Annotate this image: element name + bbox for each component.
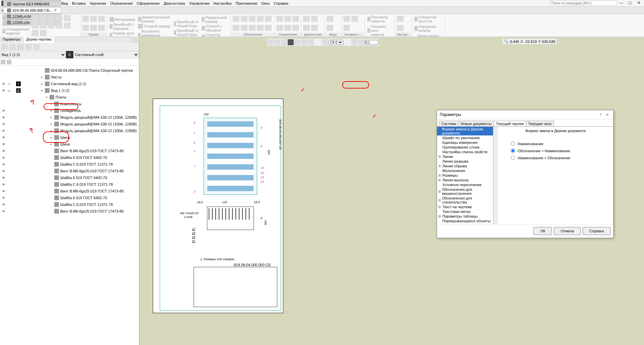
help-button[interactable]: Справка bbox=[583, 227, 611, 235]
filter-icon[interactable] bbox=[1, 60, 5, 64]
expand-icon[interactable]: ⊞ bbox=[438, 198, 441, 202]
radio-input[interactable] bbox=[511, 141, 515, 146]
dialog-tree-item[interactable]: ⊞Параметры документа bbox=[437, 223, 493, 224]
thread-outer[interactable]: Наружная резьба bbox=[413, 24, 444, 33]
visibility-icon[interactable]: 👁 bbox=[1, 142, 6, 147]
tree-row[interactable]: 👁Шайба 6 019 ГОСТ 6402-70 bbox=[0, 154, 139, 161]
search-icon[interactable] bbox=[7, 60, 11, 64]
view-tool-icon[interactable] bbox=[327, 25, 333, 31]
expand-icon[interactable]: ▾ bbox=[45, 96, 48, 99]
step-icon[interactable] bbox=[358, 39, 364, 45]
tree-row[interactable]: 👁▸Охладитель bbox=[0, 107, 139, 114]
geom-tool-icon[interactable] bbox=[32, 30, 39, 36]
constraint-tool-icon[interactable] bbox=[292, 16, 299, 22]
tree-row[interactable]: 👁Винт B.M6-6gx25.019 ГОСТ 17473-80 bbox=[0, 148, 139, 154]
dialog-tree-item[interactable]: Условное пересечение bbox=[437, 182, 493, 187]
expand-icon[interactable]: ▾ bbox=[40, 89, 44, 92]
canvas-area[interactable]: СК 0 🔍 0.445 X -22.619 Y 530.548 824.08.… bbox=[139, 37, 644, 345]
expand-icon[interactable]: ⊞ bbox=[438, 174, 441, 177]
dialog-tree-item[interactable]: ⊞Линия-выноска bbox=[437, 178, 493, 182]
dialog-tree-item[interactable]: ⊞Линии обрыва bbox=[437, 164, 493, 168]
edit-tool-icon[interactable] bbox=[82, 25, 89, 31]
menu-manage[interactable]: Управление bbox=[187, 1, 211, 6]
diag-tool-icon[interactable] bbox=[303, 25, 310, 31]
expand-icon[interactable]: ▸ bbox=[50, 142, 53, 146]
diag-tool-icon[interactable] bbox=[303, 16, 310, 22]
annot-tool-icon[interactable] bbox=[233, 25, 239, 31]
annot-tool-icon[interactable] bbox=[233, 16, 239, 22]
dialog-tree-item[interactable]: ⊞Параметры таблицы bbox=[437, 214, 493, 219]
visibility-icon[interactable]: 👁 bbox=[1, 175, 6, 180]
radio-option[interactable]: Наименование + Обозначение bbox=[501, 154, 611, 161]
minimize-button[interactable]: — bbox=[617, 1, 625, 6]
visibility-icon[interactable]: 👁 bbox=[1, 162, 6, 167]
visibility-icon[interactable]: 👁 bbox=[1, 155, 6, 160]
tree-row[interactable]: 👁Винт B.M6-6gx25.019 ГОСТ 17473-80 bbox=[0, 168, 139, 174]
geom-tool-icon[interactable] bbox=[40, 15, 47, 21]
close-icon[interactable]: ✕ bbox=[54, 8, 57, 12]
layer-dropdown[interactable]: Системный слой bbox=[73, 51, 139, 58]
edit-tool-icon[interactable] bbox=[90, 16, 97, 22]
maximize-button[interactable]: ▢ bbox=[626, 1, 634, 6]
menu-settings[interactable]: Настройка bbox=[212, 1, 234, 6]
annot-tool-icon[interactable] bbox=[265, 25, 272, 31]
menu-help[interactable]: Справка bbox=[272, 1, 290, 6]
tree-row[interactable]: 👁▸Шина bbox=[0, 134, 139, 141]
edit-tool-icon[interactable] bbox=[98, 16, 105, 22]
cs-icon[interactable] bbox=[322, 39, 328, 45]
scrollbar[interactable] bbox=[493, 127, 498, 224]
annot-tool-icon[interactable] bbox=[241, 16, 247, 22]
dialog-tree-item[interactable]: Группирование слоев bbox=[437, 145, 493, 150]
menu-apps[interactable]: Приложения bbox=[234, 1, 259, 6]
tree-row[interactable]: 👁Шайба C.6.019 ГОСТ 11371-78 bbox=[0, 161, 139, 168]
expand-icon[interactable]: ⊞ bbox=[438, 164, 441, 168]
tree-tool-icon[interactable] bbox=[17, 44, 24, 50]
step-input[interactable] bbox=[365, 40, 378, 45]
tree-row[interactable]: 👁▸Модуль диодный@/M4-100-12 (100A, 1200B… bbox=[0, 127, 139, 134]
dim-linear-break[interactable]: Линейный с обрывом bbox=[109, 22, 136, 31]
dim-auto[interactable]: Авторазмер bbox=[109, 17, 136, 22]
document-tab[interactable]: Чертеж БЕЗ ИМЕНИ1 bbox=[3, 1, 61, 7]
view-dropdown[interactable]: Вид 1 (1:2) bbox=[0, 51, 66, 58]
view-tool-icon[interactable] bbox=[327, 16, 333, 22]
dialog-tab[interactable]: Текущее окно bbox=[526, 121, 554, 126]
geom-tool-icon[interactable] bbox=[32, 15, 39, 21]
zoom-icon[interactable]: 🔍 bbox=[504, 39, 509, 44]
radio-input[interactable] bbox=[511, 156, 515, 160]
tree-row[interactable]: 👁▭0▸Системный вид (1:1) bbox=[0, 80, 139, 87]
constraint-tool-icon[interactable] bbox=[284, 25, 291, 31]
edit-tool-icon[interactable] bbox=[90, 25, 97, 31]
tree-row[interactable]: 👁▸Шина bbox=[0, 141, 139, 148]
dialog-tree-item[interactable]: Мультилиния bbox=[437, 168, 493, 173]
dim-angle[interactable]: Угловой размер bbox=[137, 23, 172, 29]
insert-tool-icon[interactable] bbox=[351, 16, 358, 22]
left-tab-params[interactable]: Параметры bbox=[0, 37, 23, 43]
visibility-icon[interactable]: 👁 bbox=[1, 115, 6, 120]
dialog-tab[interactable]: Новые документы bbox=[458, 121, 494, 126]
annot-tool-icon[interactable] bbox=[249, 16, 256, 22]
tool-icon[interactable] bbox=[397, 25, 404, 31]
dialog-tree-item[interactable]: ⊞Размеры bbox=[437, 173, 493, 178]
menu-window[interactable]: Окно bbox=[259, 1, 272, 6]
annot-tool-icon[interactable] bbox=[265, 16, 272, 22]
canvas-tool-icon[interactable] bbox=[308, 39, 314, 45]
dim-base1[interactable]: Линейный от общей базы bbox=[173, 19, 200, 28]
insert-tool-icon[interactable] bbox=[343, 25, 350, 31]
visibility-icon[interactable]: 👁 bbox=[1, 81, 6, 86]
constraint-tool-icon[interactable] bbox=[292, 25, 299, 31]
visibility-icon[interactable]: 👁 bbox=[1, 149, 6, 153]
visibility-icon[interactable]: 👁 bbox=[1, 182, 6, 187]
diag-tool-icon[interactable] bbox=[311, 25, 318, 31]
expand-icon[interactable]: ▸ bbox=[50, 122, 53, 126]
canvas-tool-icon[interactable] bbox=[294, 39, 300, 45]
expand-icon[interactable]: ⊞ bbox=[438, 205, 441, 209]
tree-row[interactable]: 👁Шайба 6 019 ГОСТ 6402-70 bbox=[0, 194, 139, 201]
annot-tool-icon[interactable] bbox=[257, 25, 264, 31]
expand-icon[interactable]: ▸ bbox=[50, 129, 53, 132]
dialog-tree-item[interactable]: Перекрывающиеся объекты bbox=[437, 219, 493, 223]
diag-tool-icon[interactable] bbox=[311, 16, 318, 22]
canvas-tool-icon[interactable] bbox=[281, 39, 287, 45]
tool-icon[interactable] bbox=[397, 16, 404, 22]
dialog-close-button[interactable]: ✕ bbox=[604, 113, 611, 117]
geom-tool-icon[interactable] bbox=[48, 15, 55, 21]
